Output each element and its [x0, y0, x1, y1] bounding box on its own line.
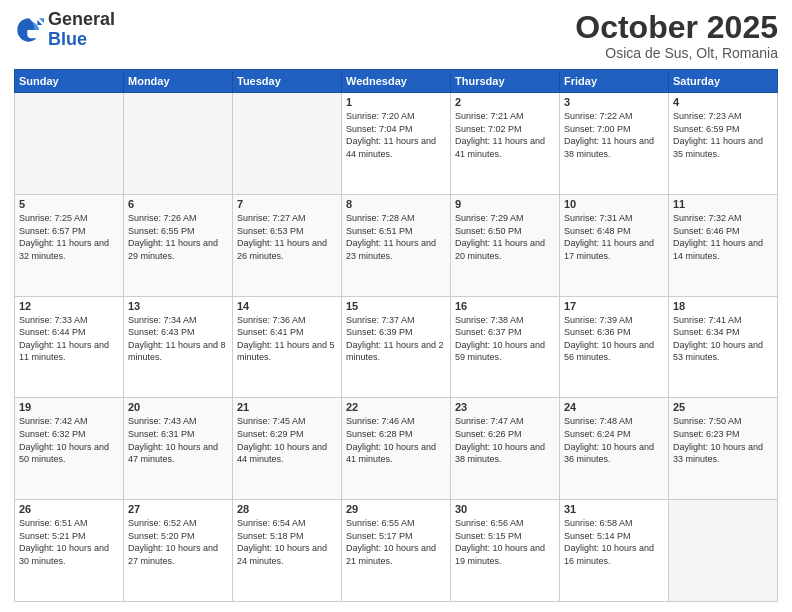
day-number: 3 [564, 96, 664, 108]
day-info: Sunrise: 7:23 AM Sunset: 6:59 PM Dayligh… [673, 110, 773, 160]
weekday-header-saturday: Saturday [669, 70, 778, 93]
weekday-header-wednesday: Wednesday [342, 70, 451, 93]
calendar-week-row: 5Sunrise: 7:25 AM Sunset: 6:57 PM Daylig… [15, 194, 778, 296]
day-number: 22 [346, 401, 446, 413]
day-info: Sunrise: 7:28 AM Sunset: 6:51 PM Dayligh… [346, 212, 446, 262]
calendar-cell: 27Sunrise: 6:52 AM Sunset: 5:20 PM Dayli… [124, 500, 233, 602]
day-number: 2 [455, 96, 555, 108]
calendar-cell: 29Sunrise: 6:55 AM Sunset: 5:17 PM Dayli… [342, 500, 451, 602]
weekday-header-monday: Monday [124, 70, 233, 93]
calendar-cell: 10Sunrise: 7:31 AM Sunset: 6:48 PM Dayli… [560, 194, 669, 296]
calendar-cell: 11Sunrise: 7:32 AM Sunset: 6:46 PM Dayli… [669, 194, 778, 296]
day-info: Sunrise: 6:58 AM Sunset: 5:14 PM Dayligh… [564, 517, 664, 567]
day-number: 27 [128, 503, 228, 515]
calendar-cell: 24Sunrise: 7:48 AM Sunset: 6:24 PM Dayli… [560, 398, 669, 500]
calendar-week-row: 19Sunrise: 7:42 AM Sunset: 6:32 PM Dayli… [15, 398, 778, 500]
month-title: October 2025 [575, 10, 778, 45]
calendar-cell: 22Sunrise: 7:46 AM Sunset: 6:28 PM Dayli… [342, 398, 451, 500]
day-info: Sunrise: 6:56 AM Sunset: 5:15 PM Dayligh… [455, 517, 555, 567]
day-info: Sunrise: 7:36 AM Sunset: 6:41 PM Dayligh… [237, 314, 337, 364]
calendar-cell: 14Sunrise: 7:36 AM Sunset: 6:41 PM Dayli… [233, 296, 342, 398]
calendar-cell: 7Sunrise: 7:27 AM Sunset: 6:53 PM Daylig… [233, 194, 342, 296]
day-info: Sunrise: 7:27 AM Sunset: 6:53 PM Dayligh… [237, 212, 337, 262]
title-section: October 2025 Osica de Sus, Olt, Romania [575, 10, 778, 61]
calendar-cell: 12Sunrise: 7:33 AM Sunset: 6:44 PM Dayli… [15, 296, 124, 398]
day-info: Sunrise: 7:20 AM Sunset: 7:04 PM Dayligh… [346, 110, 446, 160]
weekday-header-sunday: Sunday [15, 70, 124, 93]
day-number: 19 [19, 401, 119, 413]
day-number: 26 [19, 503, 119, 515]
weekday-header-friday: Friday [560, 70, 669, 93]
calendar-cell: 26Sunrise: 6:51 AM Sunset: 5:21 PM Dayli… [15, 500, 124, 602]
day-number: 15 [346, 300, 446, 312]
page: General Blue October 2025 Osica de Sus, … [0, 0, 792, 612]
calendar-cell: 31Sunrise: 6:58 AM Sunset: 5:14 PM Dayli… [560, 500, 669, 602]
calendar-cell [669, 500, 778, 602]
weekday-header-tuesday: Tuesday [233, 70, 342, 93]
calendar-cell [124, 93, 233, 195]
day-number: 1 [346, 96, 446, 108]
day-info: Sunrise: 7:41 AM Sunset: 6:34 PM Dayligh… [673, 314, 773, 364]
day-info: Sunrise: 7:42 AM Sunset: 6:32 PM Dayligh… [19, 415, 119, 465]
calendar-cell: 20Sunrise: 7:43 AM Sunset: 6:31 PM Dayli… [124, 398, 233, 500]
calendar-cell: 2Sunrise: 7:21 AM Sunset: 7:02 PM Daylig… [451, 93, 560, 195]
day-info: Sunrise: 6:55 AM Sunset: 5:17 PM Dayligh… [346, 517, 446, 567]
calendar-week-row: 12Sunrise: 7:33 AM Sunset: 6:44 PM Dayli… [15, 296, 778, 398]
calendar-cell: 5Sunrise: 7:25 AM Sunset: 6:57 PM Daylig… [15, 194, 124, 296]
day-number: 10 [564, 198, 664, 210]
day-info: Sunrise: 7:32 AM Sunset: 6:46 PM Dayligh… [673, 212, 773, 262]
day-info: Sunrise: 7:46 AM Sunset: 6:28 PM Dayligh… [346, 415, 446, 465]
calendar-week-row: 1Sunrise: 7:20 AM Sunset: 7:04 PM Daylig… [15, 93, 778, 195]
day-number: 24 [564, 401, 664, 413]
calendar-cell: 28Sunrise: 6:54 AM Sunset: 5:18 PM Dayli… [233, 500, 342, 602]
logo-icon [14, 15, 44, 45]
day-number: 18 [673, 300, 773, 312]
logo-line1: General [48, 10, 115, 30]
calendar-cell: 21Sunrise: 7:45 AM Sunset: 6:29 PM Dayli… [233, 398, 342, 500]
day-info: Sunrise: 7:26 AM Sunset: 6:55 PM Dayligh… [128, 212, 228, 262]
day-number: 5 [19, 198, 119, 210]
day-number: 20 [128, 401, 228, 413]
day-info: Sunrise: 7:48 AM Sunset: 6:24 PM Dayligh… [564, 415, 664, 465]
day-info: Sunrise: 6:51 AM Sunset: 5:21 PM Dayligh… [19, 517, 119, 567]
logo-line2: Blue [48, 30, 115, 50]
calendar-week-row: 26Sunrise: 6:51 AM Sunset: 5:21 PM Dayli… [15, 500, 778, 602]
calendar-cell: 9Sunrise: 7:29 AM Sunset: 6:50 PM Daylig… [451, 194, 560, 296]
day-info: Sunrise: 7:21 AM Sunset: 7:02 PM Dayligh… [455, 110, 555, 160]
logo: General Blue [14, 10, 115, 50]
calendar-cell: 1Sunrise: 7:20 AM Sunset: 7:04 PM Daylig… [342, 93, 451, 195]
day-number: 6 [128, 198, 228, 210]
day-number: 8 [346, 198, 446, 210]
day-number: 12 [19, 300, 119, 312]
calendar-cell: 4Sunrise: 7:23 AM Sunset: 6:59 PM Daylig… [669, 93, 778, 195]
day-number: 14 [237, 300, 337, 312]
day-info: Sunrise: 7:34 AM Sunset: 6:43 PM Dayligh… [128, 314, 228, 364]
calendar-cell: 17Sunrise: 7:39 AM Sunset: 6:36 PM Dayli… [560, 296, 669, 398]
day-info: Sunrise: 6:54 AM Sunset: 5:18 PM Dayligh… [237, 517, 337, 567]
header: General Blue October 2025 Osica de Sus, … [14, 10, 778, 61]
day-number: 25 [673, 401, 773, 413]
day-info: Sunrise: 7:50 AM Sunset: 6:23 PM Dayligh… [673, 415, 773, 465]
day-number: 31 [564, 503, 664, 515]
calendar-cell: 30Sunrise: 6:56 AM Sunset: 5:15 PM Dayli… [451, 500, 560, 602]
calendar-cell: 16Sunrise: 7:38 AM Sunset: 6:37 PM Dayli… [451, 296, 560, 398]
day-number: 30 [455, 503, 555, 515]
day-info: Sunrise: 7:43 AM Sunset: 6:31 PM Dayligh… [128, 415, 228, 465]
day-info: Sunrise: 7:33 AM Sunset: 6:44 PM Dayligh… [19, 314, 119, 364]
day-number: 17 [564, 300, 664, 312]
day-number: 23 [455, 401, 555, 413]
calendar-cell [233, 93, 342, 195]
location: Osica de Sus, Olt, Romania [575, 45, 778, 61]
day-number: 9 [455, 198, 555, 210]
calendar-cell: 8Sunrise: 7:28 AM Sunset: 6:51 PM Daylig… [342, 194, 451, 296]
calendar-cell: 25Sunrise: 7:50 AM Sunset: 6:23 PM Dayli… [669, 398, 778, 500]
day-info: Sunrise: 7:38 AM Sunset: 6:37 PM Dayligh… [455, 314, 555, 364]
weekday-header-thursday: Thursday [451, 70, 560, 93]
day-number: 7 [237, 198, 337, 210]
day-info: Sunrise: 7:31 AM Sunset: 6:48 PM Dayligh… [564, 212, 664, 262]
day-info: Sunrise: 7:45 AM Sunset: 6:29 PM Dayligh… [237, 415, 337, 465]
day-number: 13 [128, 300, 228, 312]
calendar-cell: 23Sunrise: 7:47 AM Sunset: 6:26 PM Dayli… [451, 398, 560, 500]
day-info: Sunrise: 7:39 AM Sunset: 6:36 PM Dayligh… [564, 314, 664, 364]
day-number: 11 [673, 198, 773, 210]
